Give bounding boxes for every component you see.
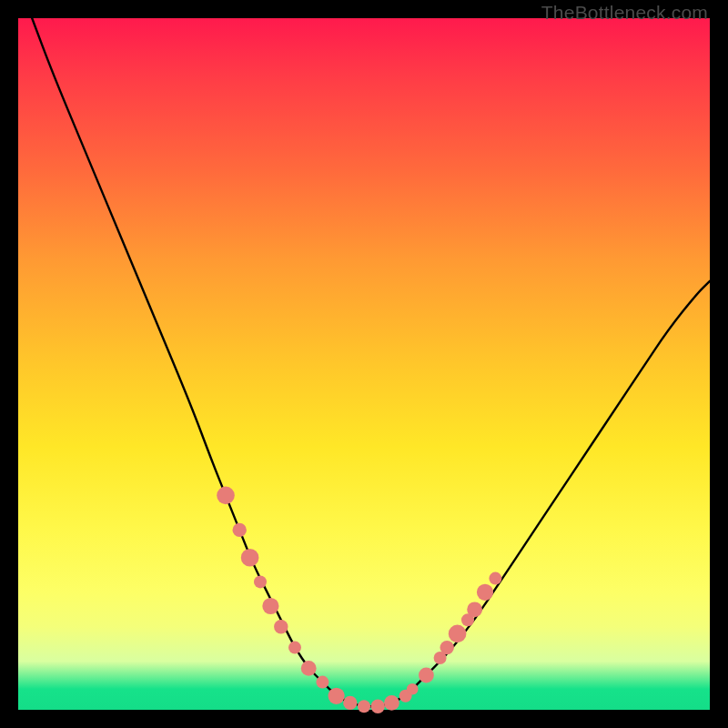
- data-marker: [440, 641, 454, 654]
- data-marker: [316, 676, 329, 689]
- data-marker: [274, 620, 288, 633]
- data-marker: [241, 549, 259, 567]
- marker-group: [217, 487, 501, 713]
- data-marker: [217, 487, 235, 505]
- watermark-text: TheBottleneck.com: [541, 2, 708, 24]
- data-marker: [384, 695, 399, 711]
- chart-svg: [18, 18, 710, 710]
- bottleneck-curve: [32, 18, 710, 706]
- data-marker: [419, 668, 434, 683]
- data-marker: [358, 700, 370, 713]
- data-marker: [254, 575, 267, 588]
- data-marker: [262, 598, 278, 614]
- data-marker: [233, 523, 247, 537]
- data-marker: [301, 661, 317, 676]
- data-marker: [343, 696, 357, 710]
- data-marker: [449, 625, 467, 643]
- data-marker: [477, 584, 493, 601]
- chart-frame: TheBottleneck.com: [0, 0, 728, 728]
- curve-group: [32, 18, 710, 706]
- data-marker: [407, 683, 419, 695]
- data-marker: [467, 602, 482, 617]
- data-marker: [329, 688, 345, 704]
- chart-plot-area: [18, 18, 710, 710]
- data-marker: [371, 700, 385, 713]
- data-marker: [489, 572, 501, 585]
- data-marker: [288, 642, 301, 654]
